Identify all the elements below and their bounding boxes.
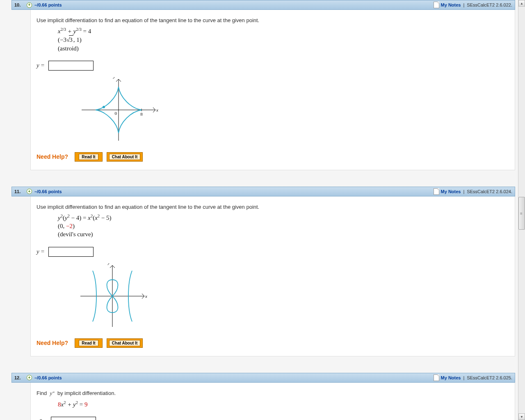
- separator: |: [463, 375, 464, 380]
- header-right: My Notes | SEssCalcET2 2.6.024.: [434, 188, 512, 195]
- my-notes-link[interactable]: My Notes: [441, 189, 461, 194]
- question-header: 11. + –/0.66 points My Notes | SEssCalcE…: [11, 187, 515, 196]
- equation-block: y2(y2 − 4) = x2(x2 − 5) (0, −2) (devil's…: [58, 213, 509, 239]
- read-it-button[interactable]: Read It: [75, 338, 103, 348]
- answer-row: y =: [37, 247, 509, 257]
- scroll-thumb[interactable]: [518, 197, 525, 230]
- equation-block: x2/3 + y2/3 = 4 (−3√3, 1) (astroid): [58, 27, 509, 52]
- points-label[interactable]: –/0.66 points: [34, 375, 62, 380]
- equation-point: (−3√3, 1): [58, 35, 509, 44]
- equation-line-1: y2(y2 − 4) = x2(x2 − 5): [58, 213, 509, 222]
- question-body: Find y″ by implicit differentiation. 8x2…: [30, 383, 515, 420]
- help-row: Need Help? Read It Chat About It: [37, 152, 509, 162]
- question-number: 10.: [14, 2, 27, 7]
- header-right: My Notes | SEssCalcET2 2.6.022.: [434, 2, 512, 8]
- curve-name: (astroid): [58, 44, 509, 52]
- answer-input[interactable]: [51, 417, 96, 420]
- question-prompt: Use implicit differentiation to find an …: [37, 17, 509, 23]
- question-10: 10. + –/0.66 points My Notes | SEssCalcE…: [0, 0, 518, 170]
- answer-variable: y: [37, 62, 39, 69]
- equation-block: 8x2 + y2 = 9: [58, 400, 509, 409]
- equation-point: (0, −2): [58, 222, 509, 230]
- chat-about-it-button[interactable]: Chat About It: [107, 152, 143, 162]
- expand-icon[interactable]: +: [27, 2, 32, 8]
- note-icon[interactable]: [434, 2, 439, 8]
- equals-sign: =: [41, 248, 44, 255]
- astroid-graph: x y 0 8: [78, 77, 509, 144]
- question-12: 12. + –/0.66 points My Notes | SEssCalcE…: [0, 373, 518, 420]
- vertical-scrollbar[interactable]: ▲ ▼: [518, 0, 525, 420]
- scroll-up-button[interactable]: ▲: [518, 0, 525, 7]
- curve-name: (devil's curve): [58, 230, 509, 238]
- answer-input[interactable]: [48, 61, 94, 71]
- expand-icon[interactable]: +: [27, 189, 32, 194]
- answer-input[interactable]: [48, 247, 94, 257]
- separator: |: [463, 2, 464, 7]
- question-reference: SEssCalcET2 2.6.022.: [467, 2, 512, 7]
- equals-sign: =: [43, 418, 47, 420]
- question-header: 12. + –/0.66 points My Notes | SEssCalcE…: [11, 373, 515, 383]
- question-11: 11. + –/0.66 points My Notes | SEssCalcE…: [0, 187, 518, 356]
- need-help-label: Need Help?: [37, 340, 68, 346]
- svg-text:x: x: [156, 107, 158, 112]
- question-number: 12.: [14, 375, 27, 380]
- note-icon[interactable]: [434, 374, 439, 381]
- read-it-button[interactable]: Read It: [75, 152, 103, 162]
- points-label[interactable]: –/0.66 points: [34, 2, 62, 7]
- points-label[interactable]: –/0.66 points: [34, 189, 62, 194]
- equation-line-1: x2/3 + y2/3 = 4: [58, 27, 509, 35]
- svg-point-1: [103, 106, 105, 108]
- question-body: Use implicit differentiation to find an …: [30, 10, 515, 170]
- help-row: Need Help? Read It Chat About It: [37, 338, 509, 348]
- separator: |: [463, 189, 464, 194]
- need-help-label: Need Help?: [37, 153, 68, 160]
- equals-sign: =: [41, 62, 44, 69]
- devils-curve-graph: x y: [78, 263, 509, 330]
- answer-row: y =: [37, 61, 509, 71]
- svg-text:y: y: [107, 263, 110, 265]
- question-prompt: Find y″ by implicit differentiation.: [37, 390, 509, 397]
- answer-variable: y: [37, 248, 39, 255]
- svg-text:y: y: [113, 77, 115, 79]
- chat-about-it-button[interactable]: Chat About It: [107, 338, 143, 348]
- svg-text:8: 8: [140, 112, 143, 116]
- question-reference: SEssCalcET2 2.6.024.: [467, 189, 512, 194]
- svg-text:0: 0: [115, 111, 117, 116]
- header-right: My Notes | SEssCalcET2 2.6.025.: [434, 374, 512, 381]
- my-notes-link[interactable]: My Notes: [441, 375, 461, 380]
- my-notes-link[interactable]: My Notes: [441, 2, 461, 7]
- question-number: 11.: [14, 189, 27, 194]
- question-body: Use implicit differentiation to find an …: [30, 196, 515, 356]
- answer-variable: y″: [37, 418, 42, 420]
- answer-row: y″ =: [37, 417, 509, 420]
- question-reference: SEssCalcET2 2.6.025.: [467, 375, 512, 380]
- note-icon[interactable]: [434, 188, 439, 195]
- expand-icon[interactable]: +: [27, 375, 32, 380]
- scroll-down-button[interactable]: ▼: [518, 413, 525, 420]
- question-header: 10. + –/0.66 points My Notes | SEssCalcE…: [11, 0, 515, 10]
- svg-text:x: x: [145, 294, 147, 299]
- question-prompt: Use implicit differentiation to find an …: [37, 204, 509, 210]
